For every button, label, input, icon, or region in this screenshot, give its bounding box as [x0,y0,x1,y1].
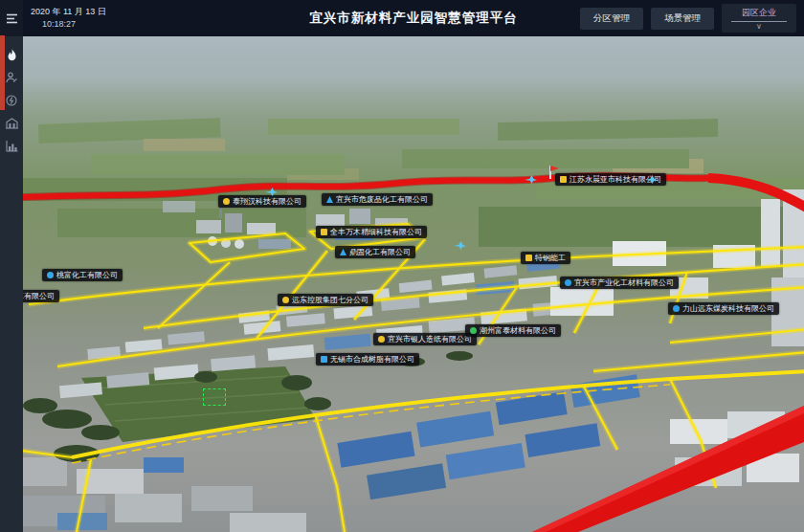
company-marker-icon [525,255,532,261]
park-enterprise-dropdown[interactable]: 园区企业 ∨ [722,4,796,33]
company-marker-icon [321,229,327,235]
map-overlay: 泰翔汉科技有限公司宜兴市危废品化工有限公司全丰万木精细科技有限公司鼎固化工有限公… [0,36,804,532]
zone-manage-button[interactable]: 分区管理 [580,8,643,30]
map-company-label[interactable]: 宜兴市银人造纸有限公司 [373,333,477,345]
map-company-label[interactable]: 远东控股集团七分公司 [278,294,373,306]
company-label-text: 远东控股集团七分公司 [292,297,368,304]
sidebar-item-person[interactable] [5,71,18,84]
plane-marker-icon[interactable] [454,241,466,250]
menu-button[interactable] [0,0,23,36]
app-root: 泰翔汉科技有限公司宜兴市危废品化工有限公司全丰万木精细科技有限公司鼎固化工有限公… [0,0,804,532]
map-company-label[interactable]: 力山远东煤炭科技有限公司 [668,302,779,315]
map-selection-box[interactable] [203,388,226,406]
company-label-text: 力山远东煤炭科技有限公司 [682,305,774,313]
company-label-text: 宜兴市产业化工材料有限公司 [574,279,674,287]
company-marker-icon [673,305,680,312]
company-label-text: 潮州富泰材料有限公司 [480,327,556,335]
sidebar-item-fire[interactable] [5,48,18,61]
time-text: 10:18:27 [31,18,106,32]
company-marker-icon [340,249,346,255]
company-label-text: 泰翔汉科技有限公司 [233,198,302,206]
chart-icon [6,141,18,152]
dropdown-label: 园区企业 [731,7,787,22]
company-label-text: 宜兴市银人造纸有限公司 [388,336,472,344]
company-marker-icon [223,198,230,205]
map-company-label[interactable]: 宜兴市产业化工材料有限公司 [560,277,679,289]
company-marker-icon [378,336,385,343]
company-label-text: 宜兴市危废品化工有限公司 [336,196,428,204]
map-company-label[interactable]: 泰翔汉科技有限公司 [218,195,306,208]
chevron-down-icon: ∨ [756,22,762,32]
company-marker-icon [47,272,54,278]
sidebar-item-chart[interactable] [5,140,18,153]
date-text: 2020 年 11 月 13 日 [31,6,106,19]
company-marker-icon [321,356,327,363]
map-company-label[interactable]: 鼎固化工有限公司 [335,246,415,258]
sidebar-item-factory[interactable] [5,117,18,130]
topbar: 2020 年 11 月 13 日 10:18:27 宜兴市新材料产业园智慧管理平… [23,0,804,36]
scene-manage-button[interactable]: 场景管理 [651,8,714,30]
company-marker-icon [326,196,333,203]
flag-marker-icon [549,166,559,179]
map-company-label[interactable]: 无锡市合成树脂有限公司 [316,353,419,366]
company-marker-icon [282,297,289,303]
power-icon [6,95,17,106]
factory-icon [6,118,18,129]
company-label-text: 无锡市合成树脂有限公司 [330,356,414,364]
map-company-label[interactable]: 全丰万木精细科技有限公司 [316,226,427,238]
map-company-label[interactable]: 特钢能工 [521,252,570,264]
company-label-text: 桃富化工有限公司 [56,272,118,279]
fire-icon [7,49,17,61]
map-company-label[interactable]: 潮州富泰材料有限公司 [465,324,561,337]
company-marker-icon [565,279,571,286]
topbar-actions: 分区管理 场景管理 园区企业 ∨ [580,4,804,33]
company-marker-icon [470,327,477,334]
sidebar-accent-bar [0,35,5,110]
map-company-label[interactable]: 宜兴市危废品化工有限公司 [322,193,433,206]
company-marker-icon [560,176,567,183]
sidebar-item-power[interactable] [5,94,18,107]
menu-icon [6,13,18,24]
company-label-text: 鼎固化工有限公司 [349,249,411,256]
company-label-text: 特钢能工 [535,255,566,262]
company-label-text: 全丰万木精细科技有限公司 [330,229,422,236]
person-icon [6,72,17,83]
sidebar [0,0,23,532]
map-company-label[interactable]: 桃富化工有限公司 [42,269,123,281]
datetime-block: 2020 年 11 月 13 日 10:18:27 [31,6,106,32]
plane-marker-icon[interactable] [525,175,537,184]
